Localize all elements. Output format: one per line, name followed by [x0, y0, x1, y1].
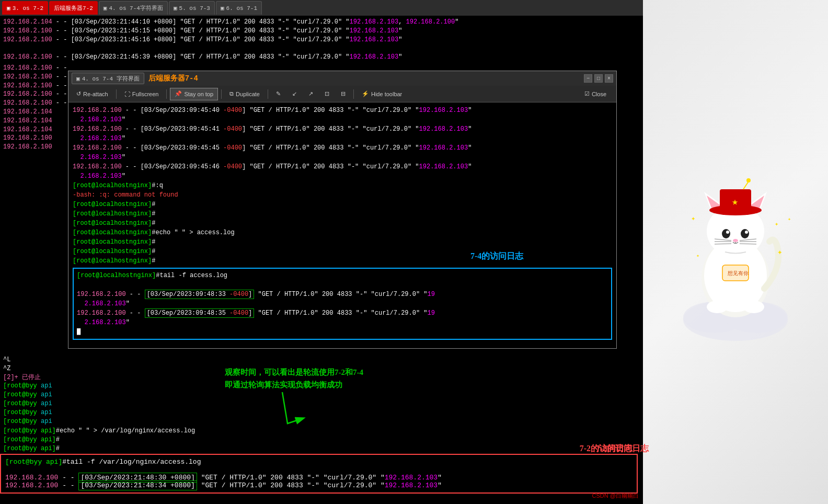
annotation-main: 观察时间，可以看出是轮流使用7-2和7-4 即通过轮询算法实现负载均衡成功 — [225, 366, 363, 391]
bg-below-float: ^L ^Z [2]+ 已停止 [root@byy api [root@byy a… — [3, 356, 195, 462]
bg-line-4: 192.168.2.100 - - [03/Sep/2023:21:45:39 … — [3, 53, 640, 62]
sep5 — [353, 89, 354, 99]
csdn-watermark: CSDN @白幽幽白 — [592, 492, 639, 500]
svg-point-19 — [726, 231, 729, 234]
float-line-7: 192.168.2.100 - - [03/Sep/2023:09:45:46 … — [73, 162, 612, 171]
fullscreen-icon: ⛶ — [124, 91, 130, 97]
bg-line-1: 192.168.2.104 - - [03/Sep/2023:21:44:10 … — [3, 18, 640, 27]
float-line-8: 2.168.2.103" — [73, 171, 612, 181]
svg-point-21 — [733, 239, 738, 242]
close-button[interactable]: × — [605, 74, 613, 83]
float-window-74: ▣ 4. os 7-4 字符界面 后端服务器7-4 − □ × ↺ Re-att… — [68, 71, 617, 349]
shell-prompt-6: [root@localhostnginx]# — [73, 256, 612, 266]
tab-os74[interactable]: ▣ 4. os 7-4字符界面 — [99, 1, 168, 15]
shell-prompt-4: [root@localhostnginx]# — [73, 237, 612, 247]
tab-backend72[interactable]: 后端服务器7-2 — [49, 1, 98, 15]
restore-button[interactable]: □ — [594, 74, 603, 83]
shell-prompt-5: [root@localhostnginx]# — [73, 247, 612, 256]
deco-bg: ★ — [643, 0, 828, 504]
svg-text:✦: ✦ — [775, 221, 778, 228]
lightning-icon: ⚡ — [362, 90, 369, 97]
grid-icon: ⊡ — [325, 90, 329, 97]
check-icon: ☑ — [584, 90, 590, 97]
tab-os71[interactable]: ▣ 6. os 7-1 — [216, 1, 262, 15]
sep2 — [166, 89, 167, 99]
tail-74-line-1: 192.168.2.100 - - [03/Sep/2023:09:48:33 … — [77, 290, 608, 299]
float-controls: − □ × — [584, 74, 613, 83]
shell-prompt-2: [root@localhostnginx]# — [73, 209, 612, 219]
arrow-left-icon: ↙ — [292, 90, 297, 97]
hide-toolbar-button[interactable]: ⚡ Hide toolbar — [357, 88, 407, 100]
svg-text:✦: ✦ — [691, 214, 696, 223]
shell-prompt-3: [root@localhostnginx]# — [73, 219, 612, 228]
svg-point-17 — [722, 229, 730, 238]
bg-line-2: 192.168.2.100 - - [03/Sep/2023:21:45:15 … — [3, 27, 640, 36]
minus-button[interactable]: ⊟ — [336, 88, 350, 100]
tab-os73[interactable]: ▣ 5. os 7-3 — [169, 1, 215, 15]
cat-illustration: ★ — [662, 153, 809, 351]
tail-74-line-2: 192.168.2.100 - - [03/Sep/2023:09:48:35 … — [77, 308, 608, 318]
float-line-6: 2.168.2.103" — [73, 153, 612, 162]
arrow-annotation — [272, 392, 314, 436]
reattach-icon: ↺ — [76, 90, 81, 97]
arrow-right-button[interactable]: ↗ — [304, 88, 318, 100]
arrow-left-button[interactable]: ↙ — [288, 88, 302, 100]
arrow-right-icon: ↗ — [308, 90, 313, 97]
tail-cmd-72: [root@byy api]#tail -f /var/log/nginx/ac… — [5, 458, 632, 466]
float-content: 192.168.2.100 - - [03/Sep/2023:09:45:40 … — [68, 102, 616, 348]
tail-section-74: [root@localhostnginx]#tail -f access.log… — [73, 268, 612, 340]
tab-os72[interactable]: ▣ 3. os 7-2 — [2, 1, 48, 15]
duplicate-icon: ⧉ — [229, 90, 234, 97]
close-float-button[interactable]: ☑ Close — [580, 88, 611, 100]
float-line-1: 192.168.2.100 - - [03/Sep/2023:09:45:40 … — [73, 106, 612, 115]
duplicate-button[interactable]: ⧉ Duplicate — [225, 88, 264, 100]
tail-line-2: 192.168.2.100 - - [03/Sep/2023:21:48:34 … — [5, 482, 632, 489]
tab-bar: ▣ 3. os 7-2 后端服务器7-2 ▣ 4. os 7-4字符界面 ▣ 5… — [0, 0, 643, 16]
cursor-block: █ — [77, 327, 608, 337]
svg-point-18 — [741, 229, 749, 238]
tail-74-line-1b: 2.168.2.103" — [77, 299, 608, 308]
svg-rect-13 — [717, 209, 754, 213]
shell-bash-error: -bash: :q: command not found — [73, 190, 612, 200]
sep3 — [221, 89, 222, 99]
float-titlebar: ▣ 4. os 7-4 字符界面 后端服务器7-4 − □ × — [68, 71, 616, 86]
fullscreen-button[interactable]: ⛶ Fullscreen — [120, 88, 164, 100]
edit-icon: ✎ — [276, 90, 281, 97]
float-line-2: 2.168.2.103" — [73, 115, 612, 124]
svg-text:✦: ✦ — [777, 248, 783, 257]
shell-prompt-1: [root@localhostnginx]# — [73, 200, 612, 209]
minimize-button[interactable]: − — [584, 74, 592, 83]
reattach-button[interactable]: ↺ Re-attach — [72, 88, 113, 100]
float-toolbar: ↺ Re-attach ⛶ Fullscreen 📌 Stay on top ⧉… — [68, 86, 616, 102]
float-line-5: 192.168.2.100 - - [03/Sep/2023:09:45:45 … — [73, 143, 612, 153]
svg-point-16 — [746, 178, 751, 182]
bottom-section: [root@byy api]#tail -f /var/log/nginx/ac… — [0, 454, 638, 494]
svg-line-15 — [743, 181, 749, 189]
svg-text:✦: ✦ — [696, 253, 699, 259]
tab-icon3: ▣ — [174, 5, 177, 12]
edit-button[interactable]: ✎ — [271, 88, 285, 100]
float-window-title: 后端服务器7-4 — [148, 74, 198, 83]
float-tab-icon: ▣ — [76, 75, 80, 82]
deco-area: ★ — [643, 0, 828, 504]
float-title-left: ▣ 4. os 7-4 字符界面 后端服务器7-4 — [72, 73, 198, 84]
tab-icon: ▣ — [7, 5, 10, 12]
stayontop-button[interactable]: 📌 Stay on top — [170, 88, 218, 100]
annotation-72-right: 7-2的访问日志 — [596, 443, 649, 454]
float-tab[interactable]: ▣ 4. os 7-4 字符界面 — [72, 73, 144, 84]
pin-icon: 📌 — [175, 90, 182, 97]
tail-74-line-2b: 2.168.2.103" — [77, 318, 608, 327]
minus-icon: ⊟ — [341, 90, 346, 97]
svg-text:想见有你: 想见有你 — [727, 270, 749, 276]
svg-text:✦: ✦ — [788, 216, 791, 222]
svg-point-28 — [707, 301, 728, 313]
shell-cmd-q: [root@localhostnginx]#:q — [73, 181, 612, 190]
svg-point-20 — [745, 231, 748, 234]
tab-icon2: ▣ — [104, 5, 107, 12]
shell-echo-cmd: [root@localhostnginx]#echo " " > access.… — [73, 228, 612, 237]
float-line-3: 192.168.2.100 - - [03/Sep/2023:09:45:41 … — [73, 124, 612, 134]
sep1 — [116, 89, 117, 99]
tab-icon4: ▣ — [221, 5, 224, 12]
grid-button[interactable]: ⊡ — [320, 88, 334, 100]
svg-point-29 — [743, 301, 764, 313]
